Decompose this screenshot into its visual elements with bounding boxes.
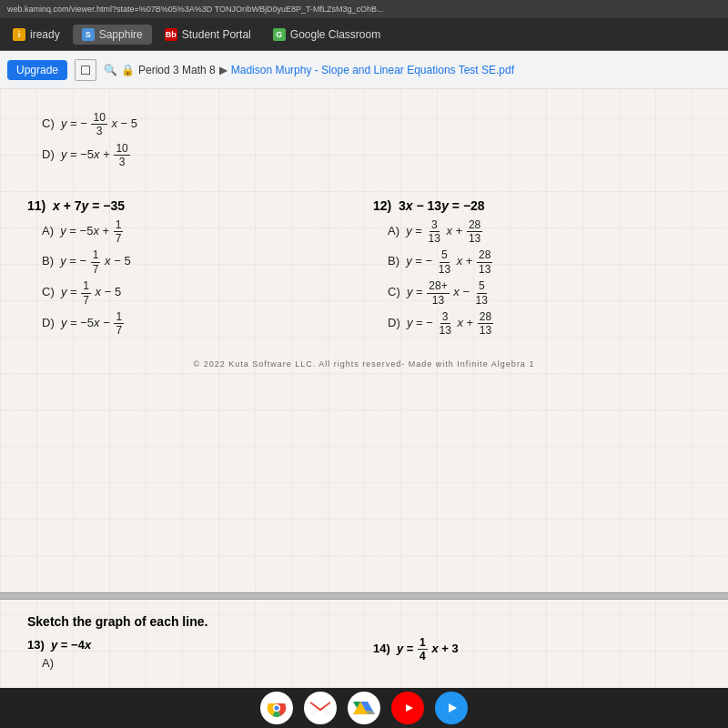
next-page-preview: Sketch the graph of each line. 13) y = −… (0, 600, 728, 688)
tab-student-portal-label: Student Portal (182, 28, 251, 41)
frac-28-13-a: 28 13 (467, 218, 482, 246)
iready-favicon: i (13, 28, 25, 41)
frac-1-7-d: 1 7 (114, 310, 124, 338)
sapphire-favicon: S (82, 28, 95, 41)
p12-choice-b: B) y = − 5 13 x + 28 13 (388, 248, 701, 276)
square-nav-button[interactable]: □ (75, 59, 96, 81)
p12-choice-c: C) y = 28+ 13 x − 5 13 (388, 279, 701, 307)
frac-28-13-c: 28+ 13 (427, 279, 449, 307)
tab-bar: i iready S Sapphire Bb Student Portal G … (0, 18, 728, 51)
square-icon: □ (81, 62, 90, 78)
lock-icon: 🔒 (121, 64, 135, 76)
play-store-taskbar-icon[interactable] (435, 692, 468, 724)
tab-iready[interactable]: i iready (4, 25, 69, 45)
tab-google-classroom[interactable]: G Google Classroom (264, 25, 389, 45)
nav-arrow: ▶ (219, 64, 228, 76)
problems-section: 11) x + 7y = −35 A) y = −5x + 1 7 B) y =… (27, 198, 701, 349)
bb-favicon: Bb (165, 28, 177, 41)
problem-13-choice-a: A) (42, 656, 355, 670)
tab-sapphire[interactable]: S Sapphire (73, 25, 152, 45)
svg-point-2 (275, 706, 279, 711)
tab-iready-label: iready (30, 28, 60, 41)
frac-28-13-b: 28 13 (477, 248, 492, 276)
url-text: web.kaminq.com/viewer.html?state=%07B%05… (7, 5, 384, 14)
next-section-title: Sketch the graph of each line. (27, 614, 701, 629)
next-problem-14: 14) y = 1 4 x + 3 (373, 636, 701, 673)
preceding-choice-d: D) y = −5x + 10 3 (42, 142, 701, 169)
math-content: C) y = − 10 3 x − 5 D) y = −5x + 10 3 (27, 111, 701, 369)
gc-favicon: G (273, 28, 286, 41)
search-area: 🔍 🔒 Period 3 Math 8 ▶ Madison Murphy - S… (104, 64, 514, 76)
frac-3-13-a: 3 13 (427, 218, 442, 246)
youtube-taskbar-icon[interactable] (391, 692, 424, 724)
frac-1-7-a: 1 7 (114, 218, 124, 246)
p11-choice-d: D) y = −5x − 1 7 (42, 310, 355, 338)
nav-filename: Madison Murphy - Slope and Linear Equati… (231, 64, 514, 76)
preceding-choice-c: C) y = − 10 3 x − 5 (42, 111, 701, 138)
taskbar (0, 688, 728, 728)
frac-28-13-d: 28 13 (478, 310, 493, 338)
breadcrumb: Period 3 Math 8 (138, 64, 216, 76)
problem-14-label: 14) y = 1 4 x + 3 (373, 642, 459, 655)
frac-1-7-b: 1 7 (91, 248, 101, 276)
problem-11-number: 11) x + 7y = −35 (27, 198, 355, 213)
gmail-taskbar-icon[interactable] (304, 692, 337, 724)
tab-google-classroom-label: Google Classroom (290, 28, 380, 41)
frac-3-13-d: 3 13 (437, 310, 452, 338)
tab-student-portal[interactable]: Bb Student Portal (156, 25, 260, 45)
document-area: C) y = − 10 3 x − 5 D) y = −5x + 10 3 (0, 89, 728, 688)
page-footer: © 2022 Kuta Software LLC. All rights res… (27, 359, 701, 369)
p11-choice-a: A) y = −5x + 1 7 (42, 218, 355, 246)
chrome-taskbar-icon[interactable] (260, 692, 293, 724)
nav-bar: Upgrade □ 🔍 🔒 Period 3 Math 8 ▶ Madison … (0, 51, 728, 89)
frac-5-13-b: 5 13 (437, 248, 452, 276)
tab-sapphire-label: Sapphire (99, 28, 143, 41)
frac-1-7-c: 1 7 (81, 279, 91, 307)
search-icon: 🔍 (104, 64, 117, 76)
upgrade-button[interactable]: Upgrade (7, 60, 67, 80)
frac-1-4-14: 1 4 (418, 636, 428, 663)
page-content: C) y = − 10 3 x − 5 D) y = −5x + 10 3 (0, 89, 728, 592)
drive-taskbar-icon[interactable] (348, 692, 380, 724)
problem-12-number: 12) 3x − 13y = −28 (373, 198, 701, 213)
p11-choice-b: B) y = − 1 7 x − 5 (42, 248, 355, 276)
frac-5-13-c: 5 13 (474, 279, 490, 307)
fraction-10-3: 10 3 (91, 111, 106, 138)
p11-choice-c: C) y = 1 7 x − 5 (42, 279, 355, 307)
problem-13-label: 13) y = −4x (27, 638, 91, 652)
next-problem-13: 13) y = −4x A) (27, 636, 355, 673)
problem-11: 11) x + 7y = −35 A) y = −5x + 1 7 B) y =… (27, 198, 355, 341)
url-bar: web.kaminq.com/viewer.html?state=%07B%05… (0, 0, 728, 18)
fraction-10-3-d: 10 3 (114, 142, 129, 169)
p12-choice-d: D) y = − 3 13 x + 28 13 (388, 310, 701, 338)
problem-12: 12) 3x − 13y = −28 A) y = 3 13 x + 28 13 (373, 198, 701, 341)
p12-choice-a: A) y = 3 13 x + 28 13 (388, 218, 701, 246)
page-separator (0, 592, 728, 600)
